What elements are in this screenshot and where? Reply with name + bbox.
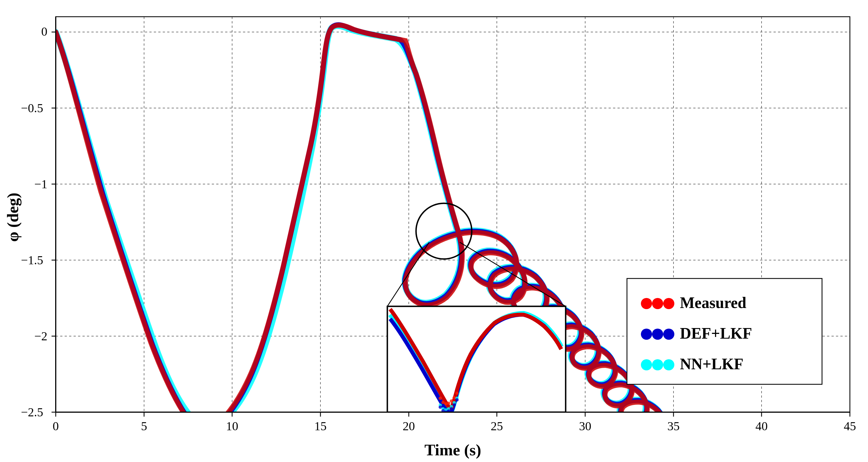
x-axis-label: Time (s) (424, 441, 481, 459)
svg-point-96 (641, 329, 652, 340)
svg-point-93 (652, 298, 663, 309)
svg-text:−1: −1 (34, 177, 48, 191)
svg-text:15: 15 (314, 419, 327, 433)
svg-point-100 (641, 359, 652, 370)
svg-point-40 (450, 399, 453, 403)
svg-point-38 (444, 402, 447, 405)
svg-point-42 (455, 392, 459, 395)
svg-text:45: 45 (844, 419, 856, 433)
svg-point-94 (663, 298, 674, 309)
svg-text:35: 35 (668, 419, 680, 433)
svg-point-101 (652, 359, 663, 370)
svg-text:−0.5: −0.5 (21, 101, 43, 115)
svg-text:DEF+LKF: DEF+LKF (680, 325, 752, 342)
svg-text:40: 40 (755, 419, 768, 433)
svg-point-54 (450, 407, 453, 410)
svg-text:20: 20 (403, 419, 415, 433)
svg-text:10: 10 (226, 419, 238, 433)
y-axis-label: φ (deg) (4, 193, 22, 242)
chart-container: 0 −0.5 −1 −1.5 −2 −2.5 0 5 10 15 20 25 3… (0, 0, 868, 462)
svg-point-102 (663, 359, 674, 370)
svg-point-41 (453, 396, 456, 399)
svg-point-97 (652, 329, 663, 340)
svg-text:−1.5: −1.5 (21, 254, 43, 267)
svg-text:0: 0 (53, 419, 59, 433)
svg-text:−2: −2 (34, 329, 48, 343)
svg-point-50 (439, 405, 442, 409)
svg-text:30: 30 (579, 419, 591, 433)
svg-point-56 (455, 398, 459, 402)
svg-text:25: 25 (491, 419, 503, 433)
svg-text:0: 0 (41, 25, 48, 38)
svg-text:5: 5 (141, 419, 147, 433)
svg-text:−2.5: −2.5 (21, 405, 43, 419)
svg-text:NN+LKF: NN+LKF (680, 355, 743, 373)
svg-point-92 (641, 298, 652, 309)
svg-point-98 (663, 329, 674, 340)
svg-point-36 (439, 397, 442, 400)
svg-point-39 (447, 402, 450, 405)
svg-text:Measured: Measured (680, 294, 746, 311)
svg-point-55 (453, 403, 456, 406)
